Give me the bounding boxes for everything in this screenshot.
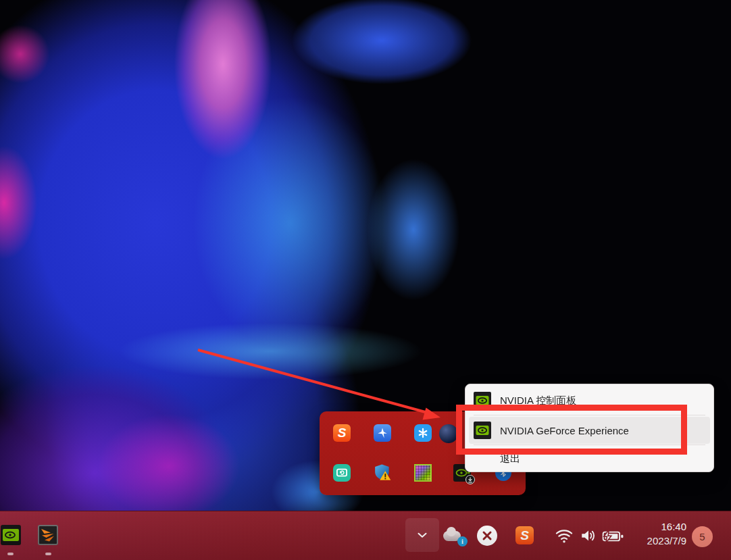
- defender-warning-icon[interactable]: [374, 463, 391, 481]
- paper-plane-app-icon[interactable]: [374, 424, 391, 442]
- tray-chevron-button[interactable]: [405, 518, 439, 552]
- star-bubble-app-icon[interactable]: [414, 424, 432, 442]
- taskbar: i S 16:40: [0, 511, 731, 560]
- battery-glyph: [601, 529, 624, 544]
- menu-separator: [474, 444, 705, 445]
- nvidia-logo-icon: [474, 392, 491, 409]
- running-indicator: [7, 553, 14, 555]
- notification-badge[interactable]: 5: [692, 526, 713, 547]
- notification-count: 5: [699, 531, 705, 542]
- benchmark-app-taskbar-icon[interactable]: [38, 525, 58, 545]
- battery-charging-icon[interactable]: [601, 529, 624, 544]
- speaker-glyph: [578, 527, 599, 544]
- plane-glyph: [376, 427, 388, 439]
- clock-date: 2023/7/9: [647, 534, 686, 548]
- cloud-info-icon[interactable]: i: [443, 528, 466, 544]
- color-grid-icon[interactable]: [414, 464, 432, 482]
- menu-item-nvidia-geforce-experience[interactable]: NVIDIA GeForce Experience: [469, 417, 710, 444]
- menu-separator: [474, 415, 705, 415]
- menu-item-exit[interactable]: 退出: [465, 447, 713, 471]
- wifi-glyph: [554, 526, 574, 545]
- cloud-glyph: [447, 527, 456, 536]
- nvidia-context-menu: NVIDIA 控制面板 NVIDIA GeForce Experience 退出: [465, 384, 714, 472]
- info-badge-icon: i: [457, 536, 468, 546]
- menu-item-nvidia-control-panel[interactable]: NVIDIA 控制面板: [465, 387, 713, 414]
- desktop: S: [0, 0, 731, 560]
- nvidia-eye-glyph: [2, 526, 20, 544]
- cast-glyph: [335, 466, 349, 480]
- running-indicator: [45, 553, 51, 555]
- chevron-down-icon: [415, 528, 430, 542]
- taskbar-clock[interactable]: 16:40 2023/7/9: [647, 519, 686, 548]
- menu-item-label: NVIDIA GeForce Experience: [500, 425, 629, 436]
- menu-item-label: 退出: [500, 453, 520, 465]
- sogou-input-icon[interactable]: S: [333, 424, 351, 442]
- nvidia-logo-icon: [474, 422, 491, 439]
- download-badge-icon: [465, 475, 475, 484]
- screen-cast-icon[interactable]: [333, 464, 351, 482]
- wifi-icon[interactable]: [554, 526, 574, 545]
- shield-glyph: [374, 463, 393, 482]
- x-glyph: [477, 526, 497, 546]
- menu-item-label: NVIDIA 控制面板: [500, 394, 576, 407]
- sync-error-icon[interactable]: [477, 526, 497, 546]
- sogou-input-tray-icon[interactable]: S: [515, 526, 534, 544]
- star-glyph: [418, 428, 428, 438]
- clock-time: 16:40: [647, 519, 686, 534]
- volume-icon[interactable]: [578, 527, 599, 544]
- orange-wings-glyph: [40, 527, 56, 543]
- nvidia-geforce-taskbar-icon[interactable]: [1, 525, 21, 545]
- hidden-app-icon[interactable]: [439, 424, 458, 443]
